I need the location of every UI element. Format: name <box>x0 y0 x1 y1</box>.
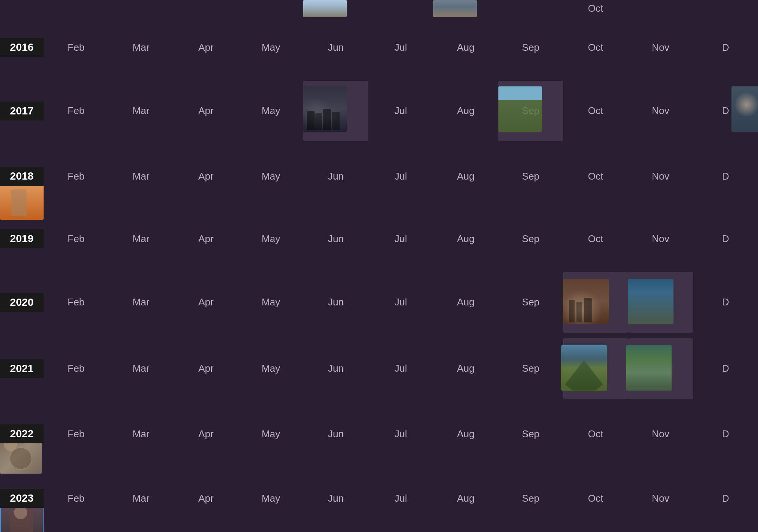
month-cell-2023-jun[interactable]: Jun <box>303 468 368 529</box>
month-cell-2016-jun[interactable]: Jun <box>303 17 368 78</box>
year-label-2016[interactable]: 2016 <box>0 38 44 57</box>
month-cell-2021-oct[interactable]: Oct <box>563 338 628 399</box>
month-cell-2017-jul[interactable]: Jul <box>368 81 433 141</box>
year-label-2017[interactable]: 2017 <box>0 102 44 120</box>
month-cell-2016-dec[interactable]: D <box>693 17 758 78</box>
month-cell-2022-jun[interactable]: Jun <box>303 404 368 464</box>
month-cell-2020-sep[interactable]: Sep <box>498 272 563 333</box>
month-cell-2023-aug[interactable]: Aug <box>433 468 498 529</box>
month-cell-2018-mar[interactable]: Mar <box>108 146 173 207</box>
month-cell-2021-mar[interactable]: Mar <box>108 338 173 399</box>
month-cell-2017-nov[interactable]: Nov <box>628 81 693 141</box>
month-cell-2022-mar[interactable]: Mar <box>108 404 173 464</box>
month-cell-2019-oct[interactable]: Oct <box>563 208 628 269</box>
month-cell-2016-apr[interactable]: Apr <box>174 17 238 78</box>
month-cell-2021-jul[interactable]: Jul <box>368 338 433 399</box>
month-cell-2020-feb[interactable]: Feb <box>44 272 108 333</box>
year-label-2021[interactable]: 2021 <box>0 359 44 378</box>
month-cell-2018-nov[interactable]: Nov <box>628 146 693 207</box>
month-cell-2021-jun[interactable]: Jun <box>303 338 368 399</box>
month-cell-2023-feb[interactable]: Feb <box>44 468 108 529</box>
month-cell-2021-feb[interactable]: Feb <box>44 338 108 399</box>
month-cell-2021-apr[interactable]: Apr <box>174 338 238 399</box>
month-cell-2023-oct[interactable]: Oct <box>563 468 628 529</box>
month-cell-2016-nov[interactable]: Nov <box>628 17 693 78</box>
month-cell-2020-dec[interactable]: D <box>693 272 758 333</box>
month-cell-2017-sep[interactable]: Sep <box>498 81 563 141</box>
month-cell-2019-mar[interactable]: Mar <box>108 208 173 269</box>
month-cell-2020-apr[interactable]: Apr <box>174 272 238 333</box>
year-label-2019[interactable]: 2019 <box>0 229 44 248</box>
month-cell-2023-may[interactable]: May <box>238 468 303 529</box>
month-cell-2018-jun[interactable]: Jun <box>303 146 368 207</box>
month-cell-2019-feb[interactable]: Feb <box>44 208 108 269</box>
month-cell-2016-may[interactable]: May <box>238 17 303 78</box>
year-label-2018[interactable]: 2018 <box>0 167 44 186</box>
month-cell-2019-nov[interactable]: Nov <box>628 208 693 269</box>
month-cell-2021-nov[interactable]: Nov <box>628 338 693 399</box>
month-cell-2022-sep[interactable]: Sep <box>498 404 563 464</box>
month-cell-2019-jul[interactable]: Jul <box>368 208 433 269</box>
month-cell-2020-oct[interactable]: Oct <box>563 272 628 333</box>
month-cell-2022-feb[interactable]: Feb <box>44 404 108 464</box>
month-cell-2020-may[interactable]: May <box>238 272 303 333</box>
month-cell-2017-jun[interactable]: Jun <box>303 81 368 141</box>
month-cell-2018-jul[interactable]: Jul <box>368 146 433 207</box>
month-cell-2023-apr[interactable]: Apr <box>174 468 238 529</box>
months-row-2016: Feb Mar Apr May Jun Jul Aug Sep <box>44 17 758 78</box>
month-cell-2019-may[interactable]: May <box>238 208 303 269</box>
month-cell-2016-sep[interactable]: Sep <box>498 17 563 78</box>
month-cell-2022-aug[interactable]: Aug <box>433 404 498 464</box>
month-cell-2018-feb[interactable]: Feb <box>44 146 108 207</box>
month-cell-2018-apr[interactable]: Apr <box>174 146 238 207</box>
year-label-2023[interactable]: 2023 <box>0 489 44 508</box>
month-cell-2020-nov[interactable]: Nov <box>628 272 693 333</box>
month-cell-2019-sep[interactable]: Sep <box>498 208 563 269</box>
month-cell-2016-oct[interactable]: Oct <box>563 17 628 78</box>
month-cell-2020-jul[interactable]: Jul <box>368 272 433 333</box>
month-cell-2016-aug[interactable]: Aug <box>433 17 498 78</box>
month-cell-2020-aug[interactable]: Aug <box>433 272 498 333</box>
month-cell-2017-mar[interactable]: Mar <box>108 81 173 141</box>
month-cell-2023-jul[interactable]: Jul <box>368 468 433 529</box>
month-cell-2023-mar[interactable]: Mar <box>108 468 173 529</box>
month-cell-2016-jul[interactable]: Jul <box>368 17 433 78</box>
month-cell-2019-aug[interactable]: Aug <box>433 208 498 269</box>
month-cell-2017-oct[interactable]: Oct <box>563 81 628 141</box>
month-cell-2017-feb[interactable]: Feb <box>44 81 108 141</box>
month-cell-2018-aug[interactable]: Aug <box>433 146 498 207</box>
month-cell-2017-apr[interactable]: Apr <box>174 81 238 141</box>
month-cell-2023-sep[interactable]: Sep <box>498 468 563 529</box>
month-cell-2016-feb[interactable]: Feb <box>44 17 108 78</box>
month-cell-2020-mar[interactable]: Mar <box>108 272 173 333</box>
month-cell-2022-may[interactable]: May <box>238 404 303 464</box>
timeline-container: Oct 2016 Feb Mar Apr May Jun <box>0 0 758 532</box>
month-cell-2019-apr[interactable]: Apr <box>174 208 238 269</box>
month-cell-2022-oct[interactable]: Oct <box>563 404 628 464</box>
month-cell-2019-jun[interactable]: Jun <box>303 208 368 269</box>
month-cell-2023-nov[interactable]: Nov <box>628 468 693 529</box>
month-cell-2018-dec[interactable]: D <box>693 146 758 207</box>
month-cell-2021-may[interactable]: May <box>238 338 303 399</box>
month-cell-2017-aug[interactable]: Aug <box>433 81 498 141</box>
month-cell-2021-aug[interactable]: Aug <box>433 338 498 399</box>
month-cell-2022-dec[interactable]: D <box>693 404 758 464</box>
month-cell-2018-sep[interactable]: Sep <box>498 146 563 207</box>
month-cell-2018-may[interactable]: May <box>238 146 303 207</box>
month-cell-2022-nov[interactable]: Nov <box>628 404 693 464</box>
month-cell-2016-mar[interactable]: Mar <box>108 17 173 78</box>
months-row-2022: Feb Mar Apr May Jun Jul Aug Sep Oct Nov … <box>44 402 758 466</box>
month-cell-2019-dec[interactable]: D <box>693 208 758 269</box>
year-label-2020[interactable]: 2020 <box>0 293 44 312</box>
month-cell-2020-jun[interactable]: Jun <box>303 272 368 333</box>
month-cell-2017-dec[interactable]: D <box>693 81 758 141</box>
month-cell-2021-sep[interactable]: Sep <box>498 338 563 399</box>
month-cell-2023-dec[interactable]: D <box>693 468 758 529</box>
month-cell-2022-apr[interactable]: Apr <box>174 404 238 464</box>
month-cell-2021-dec[interactable]: D <box>693 338 758 399</box>
year-label-2022[interactable]: 2022 <box>0 424 44 443</box>
month-cell-2022-jul[interactable]: Jul <box>368 404 433 464</box>
month-cell-2018-oct[interactable]: Oct <box>563 146 628 207</box>
month-cell-2017-may[interactable]: May <box>238 81 303 141</box>
months-row-2017: Feb Mar Apr May Jun <box>44 78 758 144</box>
